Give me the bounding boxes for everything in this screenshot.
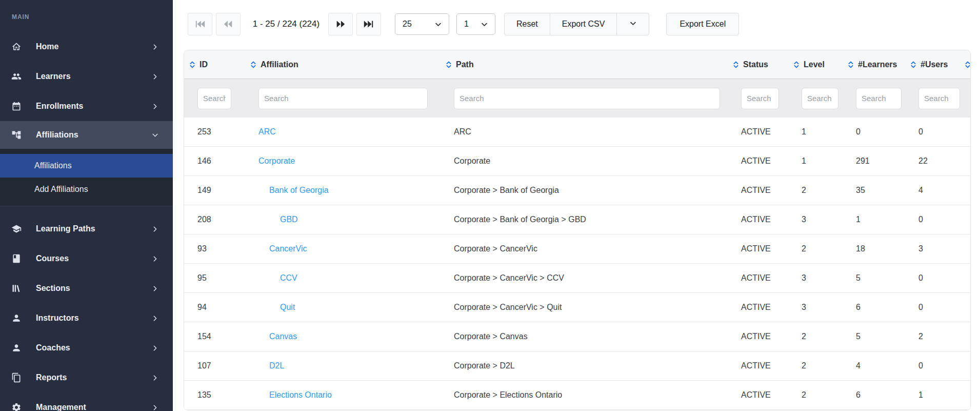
cell-users: 1 — [905, 390, 959, 400]
column-header-users[interactable]: #Users — [905, 60, 959, 69]
sidebar-item-label: Instructors — [36, 314, 79, 323]
cell-path: Corporate > Elections Ontario — [441, 390, 728, 400]
column-header-level[interactable]: Level — [788, 60, 843, 69]
page-number-select[interactable]: 1 — [456, 13, 495, 35]
sidebar-item-affiliations[interactable]: Affiliations — [0, 121, 173, 149]
reset-button[interactable]: Reset — [505, 13, 550, 35]
chevron-right-icon — [152, 226, 158, 232]
sidebar-item-label: Learners — [36, 72, 71, 81]
sidebar-item-reports[interactable]: Reports — [0, 363, 173, 393]
courses-icon — [11, 253, 22, 264]
cell-status: ACTIVE — [728, 156, 788, 166]
table-body: 253ARCARCACTIVE100146CorporateCorporateA… — [184, 118, 970, 410]
sidebar-subitem-affiliations[interactable]: Affiliations — [0, 154, 173, 178]
cell-level: 2 — [788, 390, 843, 400]
cell-learners: 5 — [843, 332, 905, 341]
cell-users: 22 — [905, 156, 959, 166]
export-excel-button[interactable]: Export Excel — [666, 13, 739, 35]
cell-affiliation: GBD — [245, 215, 441, 224]
search-input-level[interactable] — [802, 88, 838, 109]
cell-id: 94 — [184, 303, 245, 312]
column-header-label: Level — [804, 60, 825, 69]
sort-icon[interactable] — [445, 61, 453, 69]
affiliations-icon — [11, 130, 22, 140]
sidebar-item-sections[interactable]: Sections — [0, 273, 173, 303]
sidebar-item-instructors[interactable]: Instructors — [0, 303, 173, 333]
page-size-select[interactable]: 25 — [395, 13, 449, 35]
sidebar-item-coaches[interactable]: Coaches — [0, 333, 173, 363]
cell-affiliation: Quit — [245, 303, 441, 312]
table-row: 107D2LCorporate > D2LACTIVE240 — [184, 351, 971, 381]
chevron-right-icon — [152, 285, 158, 292]
affiliation-link[interactable]: CancerVic — [269, 244, 307, 253]
sort-icon[interactable] — [249, 61, 257, 69]
sort-icon[interactable] — [964, 61, 971, 69]
column-header-path[interactable]: Path — [441, 60, 728, 69]
affiliation-link[interactable]: ARC — [258, 127, 276, 136]
table-row: 146CorporateCorporateACTIVE129122 — [184, 147, 971, 176]
search-input-id[interactable] — [197, 88, 231, 109]
chevron-right-icon — [152, 404, 158, 411]
sidebar-item-management[interactable]: Management — [0, 393, 173, 411]
search-cell-status — [728, 88, 788, 109]
sort-icon[interactable] — [188, 61, 196, 69]
search-cell-level — [788, 88, 843, 109]
affiliation-link[interactable]: Corporate — [258, 156, 295, 166]
cell-status: ACTIVE — [728, 273, 788, 283]
search-cell-affiliation — [245, 88, 441, 109]
cell-affiliation: Elections Ontario — [245, 390, 441, 400]
last-page-button[interactable] — [356, 13, 381, 35]
column-header-label: Path — [456, 60, 474, 69]
column-header-affiliation[interactable]: Affiliation — [245, 60, 441, 69]
sidebar-item-learners[interactable]: Learners — [0, 62, 173, 91]
export-options-button[interactable] — [617, 13, 649, 35]
affiliation-link[interactable]: GBD — [280, 215, 298, 224]
search-input-affiliation[interactable] — [258, 88, 428, 109]
affiliation-link[interactable]: Elections Ontario — [269, 390, 332, 400]
affiliation-link[interactable]: Bank of Georgia — [269, 186, 329, 195]
page-number-value: 1 — [464, 19, 469, 29]
column-header-label: #Users — [921, 60, 948, 69]
search-input-path[interactable] — [454, 88, 720, 109]
cell-status: ACTIVE — [728, 390, 788, 400]
search-cell-path — [441, 88, 728, 109]
search-input-status[interactable] — [741, 88, 779, 109]
export-csv-button[interactable]: Export CSV — [550, 13, 617, 35]
sidebar-item-enrollments[interactable]: Enrollments — [0, 91, 173, 121]
cell-learners: 5 — [843, 273, 905, 283]
affiliation-link[interactable]: D2L — [269, 361, 284, 370]
cell-affiliation: Bank of Georgia — [245, 186, 441, 195]
cell-affiliation: D2L — [245, 361, 441, 370]
cell-affiliation: ARC — [245, 127, 441, 136]
column-header-extra[interactable] — [959, 61, 971, 69]
cell-id: 149 — [184, 186, 245, 195]
search-input-users[interactable] — [918, 88, 960, 109]
cell-level: 2 — [788, 244, 843, 253]
next-page-button[interactable] — [328, 13, 353, 35]
column-header-label: #Learners — [858, 60, 897, 69]
sections-icon — [11, 283, 22, 293]
cell-path: Corporate > D2L — [441, 361, 728, 370]
sidebar-item-courses[interactable]: Courses — [0, 244, 173, 273]
affiliation-link[interactable]: CCV — [280, 273, 297, 283]
sidebar-item-label: Courses — [36, 254, 69, 263]
chevron-right-icon — [152, 44, 158, 50]
column-header-learners[interactable]: #Learners — [843, 60, 905, 69]
sort-icon[interactable] — [847, 61, 855, 69]
search-input-learners[interactable] — [856, 88, 902, 109]
sidebar-item-home[interactable]: Home — [0, 32, 173, 62]
affiliation-link[interactable]: Quit — [280, 303, 295, 312]
sidebar-item-learning-paths[interactable]: Learning Paths — [0, 214, 173, 244]
column-header-status[interactable]: Status — [728, 60, 788, 69]
sort-icon[interactable] — [792, 61, 801, 69]
chevron-down-icon — [629, 19, 637, 29]
prev-page-button[interactable] — [216, 13, 241, 35]
sort-icon[interactable] — [732, 61, 740, 69]
first-page-button[interactable] — [188, 13, 212, 35]
sort-icon[interactable] — [909, 61, 917, 69]
sidebar-section-label: MAIN — [0, 0, 173, 32]
sidebar-subitem-add-affiliations[interactable]: Add Affiliations — [0, 178, 173, 201]
cell-path: Corporate > Canvas — [441, 332, 728, 341]
column-header-id[interactable]: ID — [184, 60, 245, 69]
affiliation-link[interactable]: Canvas — [269, 332, 297, 341]
